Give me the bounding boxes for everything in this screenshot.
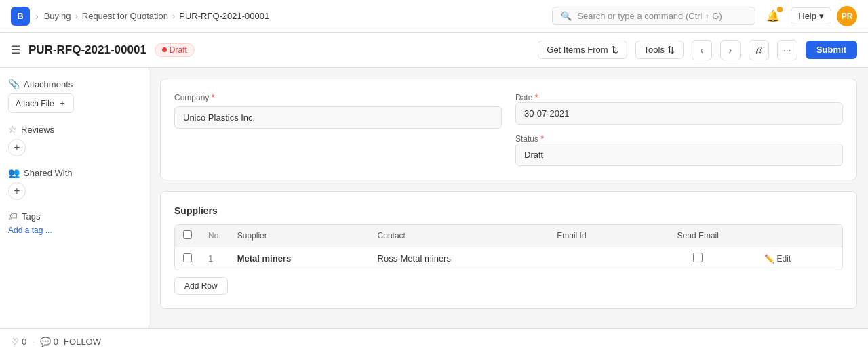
follow-button[interactable]: FOLLOW bbox=[64, 337, 101, 347]
th-email-id: Email Id bbox=[549, 225, 640, 247]
th-no: No. bbox=[200, 225, 229, 247]
row-no: 1 bbox=[200, 247, 229, 270]
get-items-button[interactable]: Get Items From ⇅ bbox=[538, 41, 627, 59]
help-label: Help bbox=[798, 11, 816, 21]
tags-section: 🏷 Tags Add a tag ... bbox=[8, 211, 140, 235]
table-row: 1 Metal miners Ross-Metal miners ✏️ Edit bbox=[175, 247, 842, 270]
form-status-value[interactable]: Draft bbox=[515, 144, 843, 166]
shared-icon: 👥 bbox=[8, 167, 20, 178]
add-shared-button[interactable]: + bbox=[8, 182, 26, 200]
tools-label: Tools bbox=[644, 45, 665, 55]
breadcrumb-sep-3: › bbox=[172, 11, 175, 21]
content-area: Company * Unico Plastics Inc. Date * 30-… bbox=[149, 68, 868, 355]
help-chevron-icon: ▾ bbox=[819, 11, 824, 21]
breadcrumb-current[interactable]: PUR-RFQ-2021-00001 bbox=[179, 11, 269, 21]
submit-button[interactable]: Submit bbox=[806, 41, 857, 59]
status-required: * bbox=[540, 134, 544, 144]
breadcrumb-rfq[interactable]: Request for Quotation bbox=[82, 11, 168, 21]
doc-footer: ♡ 0 · 💬 0 FOLLOW bbox=[0, 328, 868, 355]
search-icon: 🔍 bbox=[561, 11, 572, 21]
star-icon: ☆ bbox=[8, 124, 17, 135]
row-supplier: Metal miners bbox=[229, 247, 370, 270]
comments-item[interactable]: 💬 0 bbox=[40, 337, 58, 347]
tags-title: 🏷 Tags bbox=[8, 211, 140, 222]
attach-file-button[interactable]: Attach File ＋ bbox=[8, 93, 74, 113]
company-required: * bbox=[212, 93, 215, 102]
breadcrumb-buying[interactable]: Buying bbox=[44, 11, 71, 21]
tags-label: Tags bbox=[22, 211, 40, 222]
status-badge: Draft bbox=[155, 43, 195, 57]
status-label: Draft bbox=[170, 45, 187, 55]
form-row-1: Company * Unico Plastics Inc. Date * 30-… bbox=[174, 93, 843, 166]
add-tag-link[interactable]: Add a tag ... bbox=[8, 226, 140, 235]
company-value[interactable]: Unico Plastics Inc. bbox=[174, 106, 502, 129]
edit-pencil-icon: ✏️ bbox=[764, 254, 774, 264]
row-checkbox[interactable] bbox=[183, 253, 192, 262]
search-bar[interactable]: 🔍 Search or type a command (Ctrl + G) bbox=[552, 7, 755, 25]
footer-sep: · bbox=[32, 337, 35, 347]
attach-file-label: Attach File bbox=[16, 99, 54, 108]
breadcrumb-sep-2: › bbox=[75, 11, 77, 21]
paperclip-icon: 📎 bbox=[8, 79, 20, 89]
reviews-section: ☆ Reviews + bbox=[8, 124, 140, 156]
breadcrumb-sep-1: › bbox=[35, 11, 39, 22]
tools-button[interactable]: Tools ⇅ bbox=[635, 41, 684, 59]
date-required: * bbox=[535, 93, 538, 102]
date-value[interactable]: 30-07-2021 bbox=[515, 102, 843, 125]
sidebar-toggle-icon[interactable]: ☰ bbox=[11, 43, 20, 56]
add-row-button[interactable]: Add Row bbox=[174, 277, 228, 295]
attachments-title: 📎 Attachments bbox=[8, 79, 140, 89]
search-placeholder: Search or type a command (Ctrl + G) bbox=[577, 11, 722, 21]
help-button[interactable]: Help ▾ bbox=[791, 7, 831, 24]
shared-with-section: 👥 Shared With + bbox=[8, 167, 140, 200]
attach-plus-icon: ＋ bbox=[58, 98, 66, 109]
date-group: Date * 30-07-2021 bbox=[515, 93, 843, 125]
breadcrumb: Buying › Request for Quotation › PUR-RFQ… bbox=[44, 11, 270, 21]
get-items-label: Get Items From bbox=[547, 45, 608, 55]
send-email-checkbox[interactable] bbox=[693, 253, 703, 262]
next-button[interactable]: › bbox=[720, 40, 741, 60]
suppliers-card: Suppliers No. Supplier Contact Email Id … bbox=[160, 191, 857, 309]
th-send-email: Send Email bbox=[640, 225, 756, 247]
date-label: Date * bbox=[515, 93, 843, 102]
status-group: Status * Draft bbox=[515, 134, 843, 166]
likes-item[interactable]: ♡ 0 bbox=[11, 337, 26, 347]
likes-count: 0 bbox=[22, 337, 26, 347]
details-card: Company * Unico Plastics Inc. Date * 30-… bbox=[160, 79, 857, 180]
tools-chevron-icon: ⇅ bbox=[667, 45, 675, 55]
tag-icon: 🏷 bbox=[8, 211, 18, 222]
th-actions bbox=[756, 225, 842, 247]
status-dot-icon bbox=[162, 47, 167, 52]
more-options-button[interactable]: ··· bbox=[777, 40, 797, 60]
reviews-label: Reviews bbox=[21, 125, 54, 135]
top-nav: B › Buying › Request for Quotation › PUR… bbox=[0, 0, 868, 33]
row-edit-cell: ✏️ Edit bbox=[756, 247, 842, 270]
attachments-section: 📎 Attachments Attach File ＋ bbox=[8, 79, 140, 113]
reviews-title: ☆ Reviews bbox=[8, 124, 140, 135]
print-button[interactable]: 🖨 bbox=[749, 40, 769, 60]
prev-button[interactable]: ‹ bbox=[692, 40, 712, 60]
page-header: ☰ PUR-RFQ-2021-00001 Draft Get Items Fro… bbox=[0, 33, 868, 68]
page-title: PUR-RFQ-2021-00001 bbox=[28, 43, 146, 57]
edit-label: Edit bbox=[777, 254, 791, 264]
sidebar: 📎 Attachments Attach File ＋ ☆ Reviews + … bbox=[0, 68, 149, 355]
company-group: Company * Unico Plastics Inc. bbox=[174, 93, 502, 166]
row-checkbox-cell bbox=[175, 247, 200, 270]
company-label: Company * bbox=[174, 93, 502, 102]
edit-row-button[interactable]: ✏️ Edit bbox=[764, 254, 791, 264]
user-avatar[interactable]: PR bbox=[837, 6, 857, 26]
suppliers-table: No. Supplier Contact Email Id Send Email bbox=[175, 225, 842, 270]
app-icon[interactable]: B bbox=[11, 7, 30, 26]
row-email-id bbox=[549, 247, 640, 270]
get-items-chevron-icon: ⇅ bbox=[611, 45, 618, 55]
table-header-row: No. Supplier Contact Email Id Send Email bbox=[175, 225, 842, 247]
th-supplier: Supplier bbox=[229, 225, 370, 247]
shared-with-label: Shared With bbox=[24, 168, 73, 178]
th-checkbox bbox=[175, 225, 200, 247]
main-layout: 📎 Attachments Attach File ＋ ☆ Reviews + … bbox=[0, 68, 868, 355]
date-status-group: Date * 30-07-2021 Status * Draft bbox=[515, 93, 843, 166]
th-contact: Contact bbox=[370, 225, 549, 247]
comment-icon: 💬 bbox=[40, 337, 51, 347]
add-review-button[interactable]: + bbox=[8, 139, 26, 156]
select-all-checkbox[interactable] bbox=[183, 230, 192, 239]
